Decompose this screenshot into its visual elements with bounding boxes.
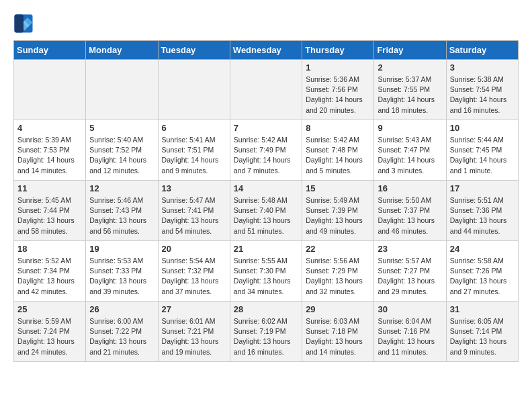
day-info: Sunrise: 5:56 AM Sunset: 7:29 PM Dayligh… [306,256,370,297]
day-info: Sunrise: 5:57 AM Sunset: 7:27 PM Dayligh… [378,256,442,297]
day-number: 14 [234,183,298,193]
day-number: 26 [89,304,154,314]
day-info: Sunrise: 5:40 AM Sunset: 7:52 PM Dayligh… [89,135,154,176]
day-info: Sunrise: 5:54 AM Sunset: 7:32 PM Dayligh… [162,256,226,297]
day-info: Sunrise: 5:36 AM Sunset: 7:56 PM Dayligh… [306,75,370,116]
calendar-cell: 29Sunrise: 6:03 AM Sunset: 7:18 PM Dayli… [302,302,374,362]
calendar-cell: 1Sunrise: 5:36 AM Sunset: 7:56 PM Daylig… [302,60,374,120]
calendar-cell: 30Sunrise: 6:04 AM Sunset: 7:16 PM Dayli… [374,302,446,362]
calendar-cell: 22Sunrise: 5:56 AM Sunset: 7:29 PM Dayli… [302,241,374,302]
logo [13,13,36,34]
week-row-3: 11Sunrise: 5:45 AM Sunset: 7:44 PM Dayli… [14,181,519,241]
day-info: Sunrise: 6:03 AM Sunset: 7:18 PM Dayligh… [306,316,370,357]
day-number: 10 [450,123,515,133]
day-info: Sunrise: 5:50 AM Sunset: 7:37 PM Dayligh… [378,195,442,236]
calendar-cell: 18Sunrise: 5:52 AM Sunset: 7:34 PM Dayli… [14,241,86,302]
header-day-sunday: Sunday [14,41,86,60]
day-info: Sunrise: 6:05 AM Sunset: 7:14 PM Dayligh… [450,316,515,357]
calendar-cell: 24Sunrise: 5:58 AM Sunset: 7:26 PM Dayli… [446,241,518,302]
calendar-cell: 3Sunrise: 5:38 AM Sunset: 7:54 PM Daylig… [446,60,518,120]
header-row: SundayMondayTuesdayWednesdayThursdayFrid… [14,41,519,60]
calendar-cell: 15Sunrise: 5:49 AM Sunset: 7:39 PM Dayli… [302,181,374,241]
calendar-cell: 28Sunrise: 6:02 AM Sunset: 7:19 PM Dayli… [230,302,302,362]
day-info: Sunrise: 5:49 AM Sunset: 7:39 PM Dayligh… [306,195,370,236]
calendar-cell [158,60,230,120]
calendar-cell: 17Sunrise: 5:51 AM Sunset: 7:36 PM Dayli… [446,181,518,241]
day-number: 20 [162,244,226,254]
header-day-friday: Friday [374,41,446,60]
day-number: 11 [17,183,82,193]
calendar-cell: 19Sunrise: 5:53 AM Sunset: 7:33 PM Dayli… [86,241,158,302]
day-info: Sunrise: 6:02 AM Sunset: 7:19 PM Dayligh… [234,316,298,357]
header-day-tuesday: Tuesday [158,41,230,60]
day-number: 19 [89,244,154,254]
calendar-cell: 26Sunrise: 6:00 AM Sunset: 7:22 PM Dayli… [86,302,158,362]
header-day-wednesday: Wednesday [230,41,302,60]
day-number: 18 [17,244,82,254]
calendar-cell [230,60,302,120]
day-info: Sunrise: 5:55 AM Sunset: 7:30 PM Dayligh… [234,256,298,297]
day-number: 9 [378,123,442,133]
calendar-cell: 8Sunrise: 5:42 AM Sunset: 7:48 PM Daylig… [302,120,374,181]
calendar-cell: 2Sunrise: 5:37 AM Sunset: 7:55 PM Daylig… [374,60,446,120]
calendar-cell: 20Sunrise: 5:54 AM Sunset: 7:32 PM Dayli… [158,241,230,302]
week-row-4: 18Sunrise: 5:52 AM Sunset: 7:34 PM Dayli… [14,241,519,302]
calendar-cell: 23Sunrise: 5:57 AM Sunset: 7:27 PM Dayli… [374,241,446,302]
calendar-cell: 4Sunrise: 5:39 AM Sunset: 7:53 PM Daylig… [14,120,86,181]
day-number: 4 [17,123,82,133]
day-info: Sunrise: 5:51 AM Sunset: 7:36 PM Dayligh… [450,195,515,236]
day-number: 25 [17,304,82,314]
calendar-cell: 21Sunrise: 5:55 AM Sunset: 7:30 PM Dayli… [230,241,302,302]
day-number: 28 [234,304,298,314]
header-day-monday: Monday [86,41,158,60]
calendar-cell: 13Sunrise: 5:47 AM Sunset: 7:41 PM Dayli… [158,181,230,241]
day-number: 12 [89,183,154,193]
day-info: Sunrise: 5:41 AM Sunset: 7:51 PM Dayligh… [162,135,226,176]
header-day-thursday: Thursday [302,41,374,60]
logo-icon [13,13,34,34]
calendar-cell: 9Sunrise: 5:43 AM Sunset: 7:47 PM Daylig… [374,120,446,181]
day-number: 29 [306,304,370,314]
day-info: Sunrise: 5:42 AM Sunset: 7:49 PM Dayligh… [234,135,298,176]
calendar-cell: 31Sunrise: 6:05 AM Sunset: 7:14 PM Dayli… [446,302,518,362]
calendar-cell: 12Sunrise: 5:46 AM Sunset: 7:43 PM Dayli… [86,181,158,241]
calendar-cell: 6Sunrise: 5:41 AM Sunset: 7:51 PM Daylig… [158,120,230,181]
day-info: Sunrise: 5:38 AM Sunset: 7:54 PM Dayligh… [450,75,515,116]
day-info: Sunrise: 5:45 AM Sunset: 7:44 PM Dayligh… [17,195,82,236]
calendar-body: 1Sunrise: 5:36 AM Sunset: 7:56 PM Daylig… [14,60,519,362]
day-info: Sunrise: 5:37 AM Sunset: 7:55 PM Dayligh… [378,75,442,116]
day-number: 8 [306,123,370,133]
week-row-2: 4Sunrise: 5:39 AM Sunset: 7:53 PM Daylig… [14,120,519,181]
day-info: Sunrise: 5:42 AM Sunset: 7:48 PM Dayligh… [306,135,370,176]
calendar-table: SundayMondayTuesdayWednesdayThursdayFrid… [13,40,519,362]
calendar-header: SundayMondayTuesdayWednesdayThursdayFrid… [14,41,519,60]
day-info: Sunrise: 5:48 AM Sunset: 7:40 PM Dayligh… [234,195,298,236]
calendar-cell: 16Sunrise: 5:50 AM Sunset: 7:37 PM Dayli… [374,181,446,241]
day-info: Sunrise: 5:47 AM Sunset: 7:41 PM Dayligh… [162,195,226,236]
day-number: 27 [162,304,226,314]
calendar-cell: 14Sunrise: 5:48 AM Sunset: 7:40 PM Dayli… [230,181,302,241]
calendar-cell: 25Sunrise: 5:59 AM Sunset: 7:24 PM Dayli… [14,302,86,362]
day-number: 17 [450,183,515,193]
day-info: Sunrise: 5:58 AM Sunset: 7:26 PM Dayligh… [450,256,515,297]
day-info: Sunrise: 6:01 AM Sunset: 7:21 PM Dayligh… [162,316,226,357]
day-info: Sunrise: 5:46 AM Sunset: 7:43 PM Dayligh… [89,195,154,236]
day-number: 1 [306,62,370,73]
day-number: 3 [450,62,515,73]
day-info: Sunrise: 6:04 AM Sunset: 7:16 PM Dayligh… [378,316,442,357]
calendar-cell [86,60,158,120]
calendar-cell: 7Sunrise: 5:42 AM Sunset: 7:49 PM Daylig… [230,120,302,181]
day-info: Sunrise: 5:59 AM Sunset: 7:24 PM Dayligh… [17,316,82,357]
svg-rect-3 [15,15,24,33]
calendar-cell: 27Sunrise: 6:01 AM Sunset: 7:21 PM Dayli… [158,302,230,362]
day-info: Sunrise: 6:00 AM Sunset: 7:22 PM Dayligh… [89,316,154,357]
header [13,13,519,34]
day-number: 13 [162,183,226,193]
day-info: Sunrise: 5:53 AM Sunset: 7:33 PM Dayligh… [89,256,154,297]
calendar-cell [14,60,86,120]
day-info: Sunrise: 5:52 AM Sunset: 7:34 PM Dayligh… [17,256,82,297]
day-number: 21 [234,244,298,254]
day-number: 31 [450,304,515,314]
calendar-cell: 5Sunrise: 5:40 AM Sunset: 7:52 PM Daylig… [86,120,158,181]
day-number: 7 [234,123,298,133]
